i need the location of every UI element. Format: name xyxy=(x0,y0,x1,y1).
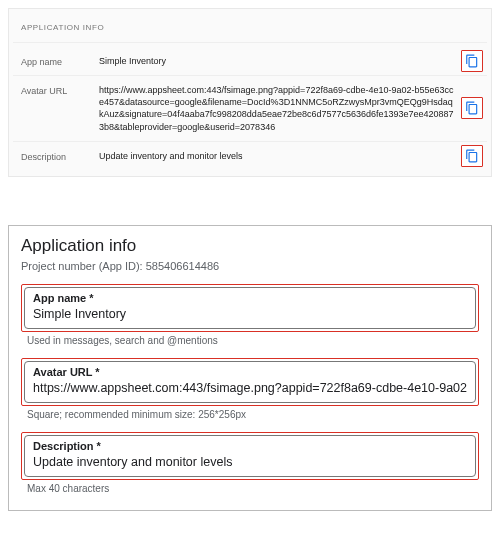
info-value: Update inventory and monitor levels xyxy=(99,150,483,162)
copy-icon xyxy=(465,54,479,68)
app-name-input[interactable] xyxy=(33,306,467,322)
info-row-description: Description Update inventory and monitor… xyxy=(13,142,487,170)
field-hint: Max 40 characters xyxy=(27,483,475,494)
info-value: Simple Inventory xyxy=(99,55,483,67)
info-label: Avatar URL xyxy=(21,84,99,96)
application-info-form: Application info Project number (App ID)… xyxy=(8,225,492,511)
avatar-url-input[interactable] xyxy=(33,380,467,396)
field-app-name: App name * xyxy=(21,284,479,332)
info-row-app-name: App name Simple Inventory xyxy=(13,47,487,76)
field-hint: Used in messages, search and @mentions xyxy=(27,335,475,346)
application-info-panel: APPLICATION INFO App name Simple Invento… xyxy=(8,8,492,177)
field-inner[interactable]: App name * xyxy=(24,287,476,329)
copy-icon xyxy=(465,101,479,115)
copy-button[interactable] xyxy=(461,145,483,167)
field-label: App name * xyxy=(33,292,467,304)
field-label: Avatar URL * xyxy=(33,366,467,378)
info-value: https://www.appsheet.com:443/fsimage.png… xyxy=(99,84,483,133)
form-title: Application info xyxy=(21,236,479,256)
field-avatar-url: Avatar URL * xyxy=(21,358,479,406)
description-input[interactable] xyxy=(33,454,467,470)
section-header: APPLICATION INFO xyxy=(13,19,487,43)
field-label: Description * xyxy=(33,440,467,452)
field-hint: Square; recommended minimum size: 256*25… xyxy=(27,409,475,420)
info-row-avatar-url: Avatar URL https://www.appsheet.com:443/… xyxy=(13,76,487,142)
copy-icon xyxy=(465,149,479,163)
spacer xyxy=(0,185,500,225)
project-number: Project number (App ID): 585406614486 xyxy=(21,260,479,272)
field-inner[interactable]: Avatar URL * xyxy=(24,361,476,403)
copy-button[interactable] xyxy=(461,97,483,119)
field-inner[interactable]: Description * xyxy=(24,435,476,477)
info-label: Description xyxy=(21,150,99,162)
copy-button[interactable] xyxy=(461,50,483,72)
field-description: Description * xyxy=(21,432,479,480)
info-label: App name xyxy=(21,55,99,67)
